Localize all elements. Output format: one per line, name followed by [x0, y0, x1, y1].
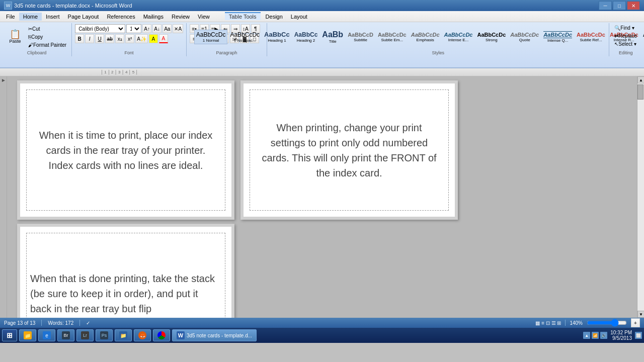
text-highlight-button[interactable]: A [149, 34, 158, 43]
page-info: Page 13 of 13 [4, 320, 35, 326]
taskbar-firefox[interactable]: 🦊 [134, 329, 151, 341]
style-subtle-ref[interactable]: AaBbCcDc Subtle Ref... [575, 30, 607, 44]
taskbar-explorer2[interactable]: 📁 [115, 329, 132, 341]
copy-button[interactable]: ⎘ Copy [26, 33, 68, 41]
style-heading2-preview: AaBbCc [294, 31, 318, 38]
system-tray: ▲ 📶 🔊 [583, 332, 607, 339]
menu-review[interactable]: Review [168, 13, 194, 21]
taskbar-chrome[interactable] [153, 329, 170, 341]
taskbar-explorer[interactable]: 📁 [19, 329, 36, 341]
card-inner-3[interactable]: When that is done printing, take the sta… [20, 227, 231, 318]
find-label: Find ▾ [620, 25, 634, 31]
menu-view[interactable]: View [194, 13, 214, 21]
maximize-button[interactable]: □ [613, 1, 626, 10]
title-bar: W 3d5 note cards - template.docx - Micro… [0, 0, 644, 11]
taskbar-lr[interactable]: Lr [76, 329, 94, 341]
superscript-button[interactable]: x² [125, 34, 134, 43]
card-page-1: When it is time to print, place our inde… [17, 80, 234, 220]
find-button[interactable]: 🔍 Find ▾ [612, 24, 639, 32]
card-text-3: When that is done printing, take the sta… [20, 256, 231, 318]
scroll-thumb[interactable] [637, 84, 643, 100]
menu-mailings[interactable]: Mailings [139, 13, 168, 21]
ribbon: 📋 Paste ✂ Cut ⎘ Copy 🖌 Format Painter [0, 22, 644, 68]
style-intense-q-preview: AaBbCcDc [543, 31, 572, 38]
style-heading2[interactable]: AaBbCc Heading 2 [292, 30, 320, 44]
style-no-spacing[interactable]: AaBbCcDc ¶ No Spac... [228, 30, 262, 44]
paste-icon: 📋 [10, 30, 21, 39]
clock-area: 10:32 PM 9/5/2013 [610, 330, 632, 341]
font-color-button[interactable]: A [159, 34, 168, 43]
taskbar: ⊞ 📁 e Br Lr Ps 📁 🦊 W 3d5 note cards - te… [0, 328, 644, 343]
grow-font-button[interactable]: A↑ [142, 24, 151, 33]
paste-label: Paste [9, 39, 21, 44]
scrollbar-vertical[interactable]: ▲ ▼ [637, 76, 644, 318]
menu-page-layout[interactable]: Page Layout [64, 13, 103, 21]
zoom-slider[interactable] [587, 320, 627, 325]
bridge-icon: Br [62, 331, 70, 339]
style-emphasis[interactable]: AaBbCcDc Emphasis [409, 30, 442, 44]
clock-date: 9/5/2013 [610, 335, 632, 341]
replace-button[interactable]: ⇄ Replace [612, 32, 639, 40]
format-painter-label: Format Painter [33, 42, 66, 48]
italic-button[interactable]: I [85, 34, 94, 43]
style-intense-em-preview: AaBbCcDc [444, 32, 473, 38]
subscript-button[interactable]: x₂ [115, 34, 124, 43]
style-normal[interactable]: AaBbCcDc 1 Normal [194, 30, 228, 44]
title-bar-controls[interactable]: ─ □ ✕ [599, 1, 640, 10]
minimize-button[interactable]: ─ [599, 1, 612, 10]
style-intense-em[interactable]: AaBbCcDc Intense E... [442, 30, 475, 44]
strikethrough-button[interactable]: ab [105, 34, 114, 43]
style-title[interactable]: AaBb Title [320, 29, 345, 45]
font-row-1: Calibri (Body) 18 A↑ A↓ Aa ✕A [75, 24, 183, 33]
cut-button[interactable]: ✂ Cut [26, 25, 68, 33]
start-button[interactable]: ⊞ [2, 329, 17, 341]
select-button[interactable]: ↖ Select ▾ [612, 40, 639, 48]
menu-file[interactable]: File [2, 13, 19, 21]
text-effects-button[interactable]: A✨ [135, 34, 148, 43]
shrink-font-button[interactable]: A↓ [152, 24, 162, 33]
clear-format-button[interactable]: ✕A [173, 24, 183, 33]
taskbar-ie[interactable]: e [38, 329, 55, 341]
font-size-select[interactable]: 18 [126, 24, 141, 33]
show-desktop-button[interactable]: ⬜ [635, 332, 642, 339]
main-container: ◀ When it is time to print, place our in… [0, 76, 644, 318]
menu-home[interactable]: Home [19, 13, 42, 21]
underline-button[interactable]: U [95, 34, 104, 43]
taskbar-bridge[interactable]: Br [57, 329, 74, 341]
style-normal-label: 1 Normal [203, 38, 219, 43]
styles-container: AaBbCcDc 1 Normal AaBbCcDc ¶ No Spac... … [194, 24, 644, 49]
style-strong[interactable]: AaBbCcDc Strong [475, 30, 508, 44]
scroll-up-button[interactable]: ▲ [637, 76, 644, 83]
close-button[interactable]: ✕ [627, 1, 640, 10]
paragraph-label: Paragraph [216, 49, 237, 55]
zoom-in-button[interactable]: + [631, 318, 640, 327]
word-taskbar-label: 3d5 note cards - template.d... [187, 333, 252, 338]
card-inner-2[interactable]: When printing, change your print setting… [244, 83, 455, 217]
taskbar-word[interactable]: W 3d5 note cards - template.d... [172, 329, 257, 341]
style-subtle-em[interactable]: AaBbCcDc Subtle Em... [376, 30, 409, 44]
style-intense-q[interactable]: AaBbCcDc Intense Q... [541, 30, 574, 44]
card-inner-1[interactable]: When it is time to print, place our inde… [20, 83, 231, 217]
menu-references[interactable]: References [103, 13, 139, 21]
menu-layout[interactable]: Layout [287, 13, 311, 21]
left-margin-bar: ◀ [0, 76, 7, 318]
menu-insert[interactable]: Insert [42, 13, 64, 21]
change-case-button[interactable]: Aa [163, 24, 172, 33]
taskbar-ps[interactable]: Ps [96, 329, 113, 341]
style-normal-preview: AaBbCcDc [196, 31, 226, 38]
bold-button[interactable]: B [75, 34, 84, 43]
explorer2-icon: 📁 [119, 331, 127, 339]
style-quote[interactable]: AaBbCcDc Quote [508, 30, 541, 44]
paste-button[interactable]: 📋 Paste [5, 28, 25, 45]
card-text-2: When printing, change your print setting… [244, 110, 455, 191]
editing-controls: 🔍 Find ▾ ⇄ Replace ↖ Select ▾ [612, 24, 639, 48]
font-name-select[interactable]: Calibri (Body) [75, 24, 125, 33]
word-icon: W [4, 2, 12, 10]
format-painter-button[interactable]: 🖌 Format Painter [26, 41, 68, 49]
scroll-down-button[interactable]: ▼ [637, 311, 644, 318]
menu-design[interactable]: Design [262, 13, 287, 21]
style-subtle-em-preview: AaBbCcDc [378, 32, 407, 38]
style-heading1[interactable]: AaBbCc Heading 1 [262, 29, 292, 44]
style-subtitle[interactable]: AaBbCcD Subtitle [346, 30, 375, 44]
style-quote-preview: AaBbCcDc [510, 32, 539, 38]
